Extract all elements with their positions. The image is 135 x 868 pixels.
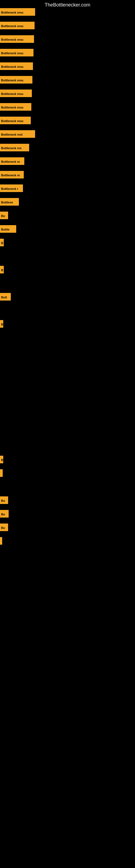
bar-label-19: Bott	[0, 293, 11, 301]
bar-row-17: B	[0, 239, 4, 246]
bar-row-14: Bottlene	[0, 198, 19, 206]
bar-row-10: Bottleneck res	[0, 144, 29, 151]
bar-row-9: Bottleneck rest	[0, 130, 35, 138]
bar-label-4: Bottleneck resu	[0, 62, 33, 70]
bar-label-26	[0, 537, 2, 545]
bar-label-24: Bo	[0, 510, 9, 518]
bar-label-25: Bo	[0, 524, 8, 531]
bar-label-15: Bo	[0, 212, 8, 219]
bar-label-13: Bottleneck r	[0, 184, 23, 192]
bar-label-1: Bottleneck resu	[0, 22, 35, 29]
bar-row-26	[0, 537, 2, 545]
bar-row-22	[0, 469, 3, 477]
bar-label-6: Bottleneck resu	[0, 90, 32, 97]
bar-row-4: Bottleneck resu	[0, 62, 33, 70]
bar-label-11: Bottleneck re	[0, 157, 24, 165]
bar-label-9: Bottleneck rest	[0, 130, 35, 138]
bar-row-15: Bo	[0, 212, 8, 219]
bar-label-3: Bottleneck resu	[0, 49, 34, 56]
bar-row-11: Bottleneck re	[0, 157, 24, 165]
bar-row-3: Bottleneck resu	[0, 49, 34, 56]
bar-row-16: Bottle	[0, 225, 16, 233]
bar-label-5: Bottleneck resu	[0, 76, 32, 84]
bar-row-20: B	[0, 320, 3, 328]
bar-row-19: Bott	[0, 293, 11, 301]
bar-label-17: B	[0, 239, 4, 246]
bar-row-24: Bo	[0, 510, 9, 518]
bar-label-7: Bottleneck resu	[0, 103, 31, 111]
bar-row-7: Bottleneck resu	[0, 103, 31, 111]
bar-label-10: Bottleneck res	[0, 144, 29, 151]
bar-label-2: Bottleneck resu	[0, 35, 34, 43]
bar-row-8: Bottleneck resu	[0, 117, 31, 124]
bar-label-21: B	[0, 456, 3, 463]
bar-row-25: Bo	[0, 524, 8, 531]
bar-label-18: B	[0, 266, 4, 273]
bar-row-1: Bottleneck resu	[0, 22, 35, 29]
bar-row-23: Bo	[0, 496, 8, 504]
bar-row-5: Bottleneck resu	[0, 76, 32, 84]
bar-label-20: B	[0, 320, 3, 328]
bar-row-21: B	[0, 456, 3, 463]
bar-label-23: Bo	[0, 496, 8, 504]
bar-row-2: Bottleneck resu	[0, 35, 34, 43]
bar-row-18: B	[0, 266, 4, 273]
bar-row-12: Bottleneck re	[0, 171, 24, 179]
bar-row-13: Bottleneck r	[0, 184, 23, 192]
bar-row-0: Bottleneck resu	[0, 8, 35, 16]
bar-label-22	[0, 469, 3, 477]
bar-label-14: Bottlene	[0, 198, 19, 206]
bar-row-6: Bottleneck resu	[0, 90, 32, 97]
bar-label-16: Bottle	[0, 225, 16, 233]
bar-label-8: Bottleneck resu	[0, 117, 31, 124]
bar-label-0: Bottleneck resu	[0, 8, 35, 16]
bar-label-12: Bottleneck re	[0, 171, 24, 179]
